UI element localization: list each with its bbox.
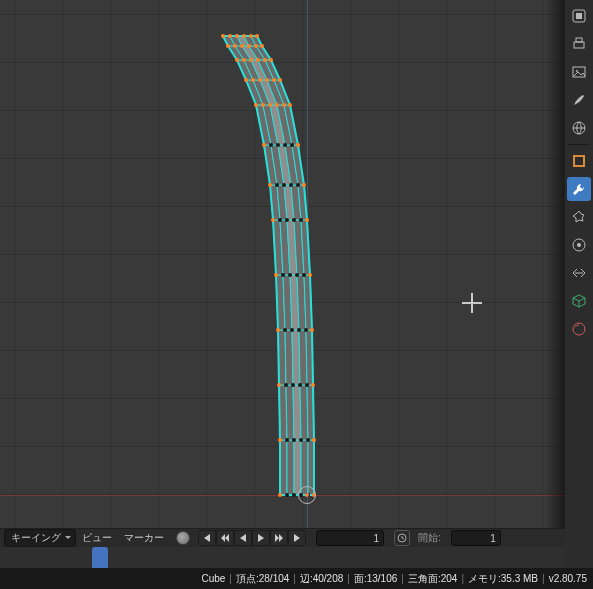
jump-first-button[interactable] — [198, 530, 216, 546]
svg-rect-140 — [576, 13, 582, 19]
viewport-3d[interactable] — [0, 0, 565, 530]
svg-point-119 — [272, 78, 276, 82]
printer-icon[interactable] — [567, 32, 591, 56]
svg-point-107 — [290, 143, 294, 147]
play-button[interactable] — [252, 530, 270, 546]
svg-point-82 — [297, 328, 301, 332]
svg-point-93 — [285, 218, 289, 222]
world-icon[interactable] — [567, 116, 591, 140]
svg-point-138 — [255, 34, 259, 38]
svg-point-70 — [299, 438, 303, 442]
svg-point-126 — [269, 58, 273, 62]
status-verts-label: 頂点 — [236, 572, 256, 586]
svg-point-128 — [233, 44, 237, 48]
time-mode-toggle[interactable] — [394, 530, 410, 546]
svg-point-101 — [296, 183, 300, 187]
svg-point-92 — [278, 218, 282, 222]
status-bar: Cube | 頂点:28/104 | 辺:40/208 | 面:13/106 |… — [0, 568, 593, 589]
svg-point-97 — [268, 183, 272, 187]
origin-3d-cursor — [298, 486, 316, 504]
svg-point-105 — [276, 143, 280, 147]
svg-point-147 — [577, 243, 581, 247]
properties-tab-bar — [564, 0, 593, 568]
svg-point-129 — [240, 44, 244, 48]
status-edges-label: 辺 — [300, 572, 310, 586]
svg-point-124 — [256, 58, 260, 62]
svg-point-130 — [247, 44, 251, 48]
svg-point-110 — [261, 103, 265, 107]
timeline-menu-view[interactable]: ビュー — [76, 531, 118, 545]
svg-point-63 — [292, 493, 296, 497]
svg-point-116 — [251, 78, 255, 82]
mesh-data-icon[interactable] — [567, 289, 591, 313]
jump-prev-key-button[interactable] — [216, 530, 234, 546]
status-mem: 35.3 MB — [501, 573, 538, 584]
timeline-menu-marker[interactable]: マーカー — [118, 531, 170, 545]
svg-point-86 — [281, 273, 285, 277]
status-verts: 28/104 — [259, 573, 290, 584]
svg-point-133 — [221, 34, 225, 38]
svg-point-132 — [260, 44, 264, 48]
svg-point-103 — [262, 143, 266, 147]
svg-point-121 — [235, 58, 239, 62]
svg-point-67 — [278, 438, 282, 442]
output-icon[interactable] — [567, 4, 591, 28]
current-frame-field[interactable]: 1 — [316, 530, 384, 546]
status-version: v2.80.75 — [549, 573, 587, 584]
svg-point-122 — [242, 58, 246, 62]
svg-point-96 — [305, 218, 309, 222]
keying-set-dropdown[interactable]: キーイング — [4, 529, 76, 547]
timeline-track[interactable] — [0, 547, 565, 569]
svg-point-137 — [249, 34, 253, 38]
svg-point-120 — [278, 78, 282, 82]
svg-point-90 — [308, 273, 312, 277]
svg-point-114 — [288, 103, 292, 107]
svg-point-109 — [254, 103, 258, 107]
status-faces: 13/106 — [367, 573, 398, 584]
svg-point-99 — [282, 183, 286, 187]
status-faces-label: 面 — [354, 572, 364, 586]
object-icon[interactable] — [567, 149, 591, 173]
svg-point-61 — [278, 493, 282, 497]
svg-point-73 — [277, 383, 281, 387]
svg-point-112 — [275, 103, 279, 107]
image-icon[interactable] — [567, 60, 591, 84]
svg-point-131 — [254, 44, 258, 48]
svg-point-85 — [274, 273, 278, 277]
svg-point-127 — [226, 44, 230, 48]
svg-point-76 — [298, 383, 302, 387]
svg-point-72 — [312, 438, 316, 442]
physics-icon[interactable] — [567, 233, 591, 257]
svg-point-88 — [295, 273, 299, 277]
frame-start-label: 開始: — [418, 531, 441, 545]
wrench-icon[interactable] — [567, 177, 591, 201]
svg-point-111 — [268, 103, 272, 107]
constraint-icon[interactable] — [567, 261, 591, 285]
timeline-playhead[interactable] — [92, 547, 108, 569]
timeline[interactable]: キーイング ビュー マーカー 1 開始: 1 — [0, 528, 565, 569]
svg-point-79 — [276, 328, 280, 332]
svg-marker-0 — [280, 440, 287, 495]
svg-point-98 — [275, 183, 279, 187]
svg-point-77 — [305, 383, 309, 387]
svg-point-115 — [244, 78, 248, 82]
svg-point-87 — [288, 273, 292, 277]
auto-key-record-button[interactable] — [176, 531, 190, 545]
svg-point-62 — [285, 493, 289, 497]
svg-point-104 — [269, 143, 273, 147]
svg-point-69 — [292, 438, 296, 442]
cursor-crosshair — [462, 293, 482, 313]
jump-last-button[interactable] — [288, 530, 306, 546]
svg-point-91 — [271, 218, 275, 222]
svg-marker-1 — [287, 440, 294, 495]
brush-icon[interactable] — [567, 88, 591, 112]
svg-rect-142 — [576, 38, 582, 42]
play-reverse-button[interactable] — [234, 530, 252, 546]
svg-point-136 — [242, 34, 246, 38]
frame-start-field[interactable]: 1 — [451, 530, 501, 546]
material-icon[interactable] — [567, 317, 591, 341]
svg-rect-141 — [574, 42, 584, 48]
svg-point-108 — [296, 143, 300, 147]
jump-next-key-button[interactable] — [270, 530, 288, 546]
particles-icon[interactable] — [567, 205, 591, 229]
